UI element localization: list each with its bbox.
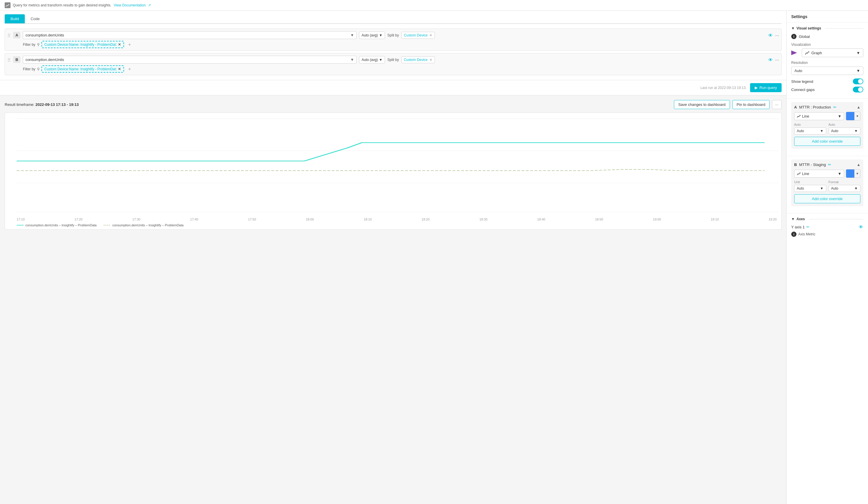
x-label-10: 18:50	[595, 218, 603, 221]
filter-row-b: Filter by ⚲ Custom Device:Name: Insighti…	[23, 65, 779, 73]
unit-chevron-icon-b: ▼	[820, 186, 824, 190]
chevron-down-icon-b: ▼	[350, 57, 354, 62]
drag-handle-a[interactable]: ⠿	[7, 31, 11, 39]
resolution-label: Resolution	[791, 61, 863, 65]
visualization-select[interactable]: Graph ▼	[802, 49, 863, 57]
unit-select-a[interactable]: Auto ▼	[794, 127, 826, 135]
x-label-13: 19:20	[768, 218, 777, 221]
visibility-toggle-b[interactable]: 👁	[768, 57, 773, 63]
aggregation-select-b[interactable]: Auto (avg) ▼	[359, 56, 385, 64]
visibility-toggle-a[interactable]: 👁	[768, 32, 773, 38]
legend-label-b: consumption.demUnits – Insightify – Prob…	[112, 223, 184, 227]
y-axis-edit-icon[interactable]: ✏	[806, 225, 809, 229]
chart-legend: consumption.demUnits – Insightify – Prob…	[17, 223, 779, 227]
right-panel: Settings ▼ Visual settings i Global Visu…	[786, 11, 868, 504]
x-label-0: 17:10	[17, 218, 25, 221]
unit-select-b[interactable]: Auto ▼	[794, 185, 826, 192]
resolution-select[interactable]: Auto ▼	[791, 66, 863, 75]
drag-handle-b[interactable]: ⠿	[7, 56, 11, 63]
visual-settings-title[interactable]: ▼ Visual settings	[791, 26, 863, 30]
series-b-collapse-icon[interactable]: ▲	[857, 162, 860, 167]
section-divider	[825, 28, 863, 29]
chart-container: 45 30 15 0	[5, 113, 782, 230]
visualization-label: Visualization	[791, 43, 863, 47]
collapse-icon: ▼	[791, 26, 795, 30]
format-chevron-icon-a: ▼	[854, 129, 858, 133]
pin-to-dashboard-button[interactable]: Pin to dashboard	[732, 100, 769, 109]
result-area: Result timeframe: 2022-09-13 17:13 - 19:…	[0, 95, 786, 504]
y-axis-visibility-icon[interactable]: 👁	[859, 224, 863, 230]
series-a-block: A MTTR : Production ✏ ▲ Line ▼ ▼	[791, 102, 863, 149]
axis-metric-row: i Axis Metric	[791, 232, 863, 237]
filter-add-icon-a[interactable]: +	[128, 42, 131, 47]
connect-gaps-row: Connect gaps	[791, 87, 863, 93]
legend-item-b: consumption.demUnits – Insightify – Prob…	[104, 223, 184, 227]
x-label-12: 19:10	[711, 218, 719, 221]
filter-remove-icon-b[interactable]: ✕	[118, 67, 121, 71]
view-documentation-link[interactable]: View Documentation	[114, 3, 146, 7]
agg-chevron-icon-b: ▼	[379, 58, 382, 62]
aggregation-select-a[interactable]: Auto (avg) ▼	[359, 32, 385, 39]
more-actions-button[interactable]: ···	[772, 100, 782, 109]
split-tag-b[interactable]: Custom Device ✕	[401, 56, 435, 63]
filter-tag-text-b: Custom Device:Name: Insightify - Problem…	[44, 67, 117, 71]
tab-build[interactable]: Build	[5, 14, 25, 23]
series-b-edit-icon[interactable]: ✏	[828, 162, 831, 167]
type-chevron-icon-b: ▼	[838, 171, 841, 176]
series-b-section: B MTTR - Staging ✏ ▲ Line ▼ ▼	[787, 156, 868, 213]
y-axis-label: Y axis 1 ✏	[791, 225, 809, 229]
filter-tag-container-b[interactable]: Custom Device:Name: Insightify - Problem…	[41, 65, 124, 73]
axes-title[interactable]: ▼ Axes	[791, 217, 863, 221]
result-timeframe: Result timeframe: 2022-09-13 17:13 - 19:…	[5, 102, 79, 107]
global-label: Global	[799, 34, 810, 39]
x-label-3: 17:40	[190, 218, 198, 221]
filter-add-icon-b[interactable]: +	[128, 66, 131, 72]
add-color-override-b[interactable]: Add color override	[794, 194, 860, 203]
show-legend-toggle[interactable]	[853, 78, 863, 84]
format-select-a[interactable]: Auto ▼	[829, 127, 861, 135]
query-metric-select-b[interactable]: consumption.demUnits ▼	[23, 56, 356, 64]
series-a-color-picker[interactable]: ▼	[846, 112, 860, 120]
add-color-override-a[interactable]: Add color override	[794, 137, 860, 146]
axes-divider	[809, 219, 863, 219]
external-link-icon: ↗	[148, 3, 151, 7]
series-a-id: A	[794, 105, 797, 109]
legend-label-a: consumption.demUnits – Insightify – Prob…	[25, 223, 96, 227]
series-b-type-select[interactable]: Line ▼	[794, 170, 844, 178]
run-query-button[interactable]: ▶ Run query	[750, 83, 782, 92]
x-label-8: 18:30	[479, 218, 488, 221]
series-a-header: A MTTR : Production ✏ ▲	[794, 105, 860, 109]
more-options-a[interactable]: ···	[775, 32, 779, 38]
series-a-edit-icon[interactable]: ✏	[833, 105, 836, 109]
axes-section: ▼ Axes Y axis 1 ✏ 👁 i Axis Metric	[787, 213, 868, 240]
type-chevron-icon-a: ▼	[838, 114, 841, 118]
format-select-b[interactable]: Auto ▼	[829, 185, 861, 192]
axes-collapse-icon: ▼	[791, 217, 795, 221]
format-label-b: Format	[829, 180, 861, 184]
split-remove-icon-a[interactable]: ✕	[429, 33, 432, 37]
connect-gaps-toggle[interactable]	[853, 87, 863, 93]
save-changes-button[interactable]: Save changes to dashboard	[674, 100, 730, 109]
series-b-name: MTTR - Staging	[799, 162, 826, 167]
arrow-indicator	[791, 51, 797, 55]
split-tag-a[interactable]: Custom Device ✕	[401, 32, 435, 39]
result-header: Result timeframe: 2022-09-13 17:13 - 19:…	[5, 100, 782, 109]
split-remove-icon-b[interactable]: ✕	[429, 58, 432, 62]
series-a-type-select[interactable]: Line ▼	[794, 112, 844, 120]
series-b-color-picker[interactable]: ▼	[846, 169, 860, 178]
x-label-6: 18:10	[364, 218, 372, 221]
tab-code[interactable]: Code	[25, 14, 45, 23]
tabs: Build Code	[5, 14, 782, 24]
query-metric-select-a[interactable]: consumption.demUnits ▼	[23, 31, 356, 39]
filter-tag-container-a[interactable]: Custom Device:Name: Insightify - Problem…	[41, 41, 124, 48]
color-chevron-icon-a: ▼	[854, 112, 860, 120]
series-b-id: B	[794, 162, 797, 167]
filter-remove-icon-a[interactable]: ✕	[118, 42, 121, 47]
series-a-unit-format: Auto Auto ▼ Auto Auto ▼	[794, 123, 860, 135]
info-icon: i	[791, 34, 796, 39]
series-a-collapse-icon[interactable]: ▲	[857, 105, 860, 109]
filter-icon-a: ⚲	[37, 43, 40, 47]
show-legend-row: Show legend	[791, 78, 863, 84]
more-options-b[interactable]: ···	[775, 57, 779, 63]
unit-label-a: Auto	[794, 123, 826, 126]
